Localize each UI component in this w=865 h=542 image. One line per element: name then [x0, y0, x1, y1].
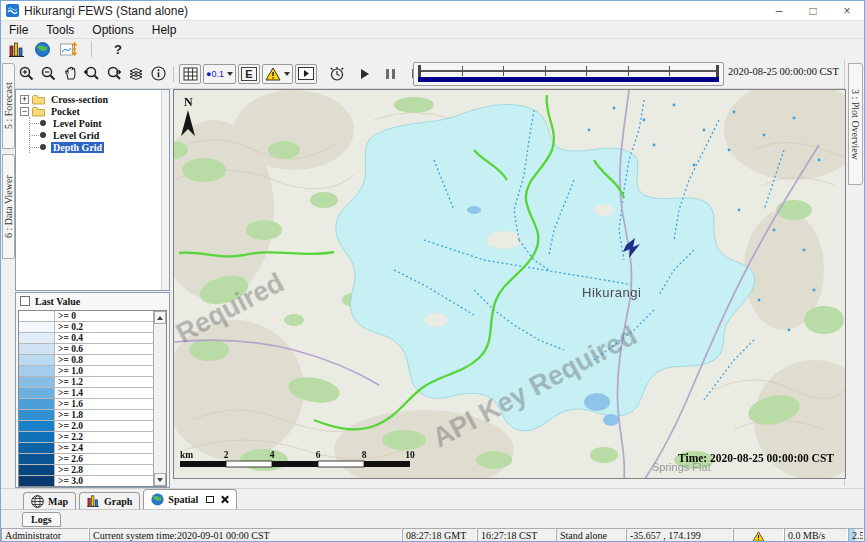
pan-hand-icon[interactable] — [59, 63, 81, 85]
legend-swatch — [19, 476, 55, 486]
legend-swatch — [19, 454, 55, 464]
tree-item-label-selected: Depth Grid — [51, 142, 104, 153]
tab-close-icon[interactable] — [220, 495, 229, 504]
legend-scrollbar[interactable] — [153, 311, 166, 486]
collapse-icon[interactable] — [20, 107, 29, 116]
globe-icon[interactable] — [35, 42, 50, 57]
tab-graph-label: Graph — [104, 496, 132, 507]
window-title: Hikurangi FEWS (Stand alone) — [24, 4, 188, 18]
expand-icon[interactable] — [20, 95, 29, 104]
layers-icon[interactable] — [125, 63, 147, 85]
legend-row[interactable]: >= 2.6 — [19, 454, 166, 465]
legend-label: >= 2.2 — [55, 432, 166, 442]
legend-row[interactable]: >= 1.0 — [19, 366, 166, 377]
database-chart-icon[interactable] — [9, 42, 25, 57]
scroll-up-icon[interactable] — [154, 311, 166, 324]
warning-dropdown[interactable] — [262, 64, 293, 84]
menu-file[interactable]: File — [9, 23, 28, 37]
legend-row[interactable]: >= 0.2 — [19, 322, 166, 333]
zoom-out-icon[interactable] — [37, 63, 59, 85]
legend-label: >= 0.2 — [55, 322, 166, 332]
pause-button[interactable] — [380, 63, 402, 85]
time-slider[interactable] — [413, 62, 724, 86]
memory-label: 2.5 GB — [852, 530, 864, 541]
legend-row[interactable]: >= 2.0 — [19, 421, 166, 432]
tree-item-pocket[interactable]: Pocket — [20, 105, 169, 117]
timer-icon[interactable] — [326, 63, 348, 85]
legend-swatch — [19, 399, 55, 409]
tab-data-viewer[interactable]: 6 : Data Viewer — [2, 154, 15, 259]
editor-button[interactable]: E — [238, 64, 260, 84]
map-view[interactable]: API Key Required API Key Required Hikura… — [173, 89, 846, 479]
logs-tab[interactable]: Logs — [22, 512, 61, 527]
tab-forecast[interactable]: 5 : Forecast — [2, 63, 15, 149]
legend-row[interactable]: >= 1.8 — [19, 410, 166, 421]
zoom-next-icon[interactable] — [103, 63, 125, 85]
menu-tools[interactable]: Tools — [46, 23, 74, 37]
legend-row[interactable]: >= 2.4 — [19, 443, 166, 454]
menu-options[interactable]: Options — [92, 23, 133, 37]
minimize-button[interactable]: – — [762, 1, 796, 20]
menu-help[interactable]: Help — [152, 23, 177, 37]
slider-end-handle[interactable] — [716, 65, 719, 77]
tab-spatial-label: Spatial — [168, 494, 198, 505]
legend-label: >= 3.0 — [55, 476, 166, 486]
logs-bar: Logs — [1, 509, 864, 528]
legend-row[interactable]: >= 2.2 — [19, 432, 166, 443]
slider-start-handle[interactable] — [418, 65, 421, 77]
tab-map-label: Map — [48, 496, 68, 507]
legend-row[interactable]: >= 1.2 — [19, 377, 166, 388]
legend-swatch — [19, 322, 55, 332]
maximize-button[interactable]: □ — [796, 1, 830, 20]
tree-item-depth-grid[interactable]: Depth Grid — [30, 141, 169, 153]
legend-swatch — [19, 366, 55, 376]
status-warning[interactable] — [733, 528, 784, 542]
tree-children: Level Point Level Grid Depth Grid — [29, 117, 169, 153]
close-button[interactable]: × — [830, 1, 864, 20]
town-label: Hikurangi — [582, 285, 641, 300]
tree-item-label: Level Grid — [51, 130, 101, 141]
play-box-icon — [298, 67, 314, 80]
legend-row[interactable]: >= 2.8 — [19, 465, 166, 476]
last-value-checkbox[interactable] — [20, 296, 30, 306]
globe-icon — [151, 493, 164, 506]
tab-graph[interactable]: Graph — [79, 492, 140, 509]
legend-row[interactable]: >= 1.6 — [19, 399, 166, 410]
time-slider-track — [420, 70, 717, 72]
zoom-in-icon[interactable] — [15, 63, 37, 85]
tree-scrollbar[interactable] — [161, 90, 169, 290]
legend-row[interactable]: >= 0 — [19, 311, 166, 322]
play-button[interactable] — [354, 63, 376, 85]
info-icon[interactable] — [147, 63, 169, 85]
tree-item-level-grid[interactable]: Level Grid — [30, 129, 169, 141]
legend-row[interactable]: >= 0.6 — [19, 344, 166, 355]
editor-label: E — [241, 67, 256, 81]
tab-spatial[interactable]: Spatial — [143, 489, 237, 509]
tree-item-cross-section[interactable]: Cross-section — [20, 93, 169, 105]
tab-maximize-icon[interactable] — [206, 496, 214, 503]
tree-item-level-point[interactable]: Level Point — [30, 117, 169, 129]
status-network-rate: 0.0 MB/s — [784, 528, 848, 542]
scroll-down-icon[interactable] — [154, 473, 166, 486]
svg-text:4: 4 — [270, 450, 275, 460]
legend-row[interactable]: >= 3.0 — [19, 476, 166, 487]
animation-button[interactable] — [295, 64, 317, 84]
warning-icon — [752, 531, 765, 542]
legend-swatch — [19, 410, 55, 420]
legend-row[interactable]: >= 0.4 — [19, 333, 166, 344]
timeseries-edit-icon[interactable] — [60, 42, 77, 57]
legend-swatch — [19, 333, 55, 343]
time-span-bar — [418, 77, 719, 82]
legend-label: >= 1.8 — [55, 410, 166, 420]
tree-item-label: Cross-section — [49, 94, 110, 105]
tab-map[interactable]: Map — [23, 492, 76, 509]
zoom-previous-icon[interactable] — [81, 63, 103, 85]
legend-row[interactable]: >= 1.4 — [19, 388, 166, 399]
tab-plot-overview[interactable]: 3 : Plot Overview — [848, 63, 863, 185]
legend-row[interactable]: >= 0.8 — [19, 355, 166, 366]
svg-text:N: N — [184, 95, 193, 109]
grid-toggle-button[interactable] — [179, 64, 201, 84]
tree-item-label: Level Point — [51, 118, 104, 129]
contour-threshold-dropdown[interactable]: ●0.1 — [203, 64, 236, 84]
help-icon[interactable]: ? — [114, 42, 122, 57]
